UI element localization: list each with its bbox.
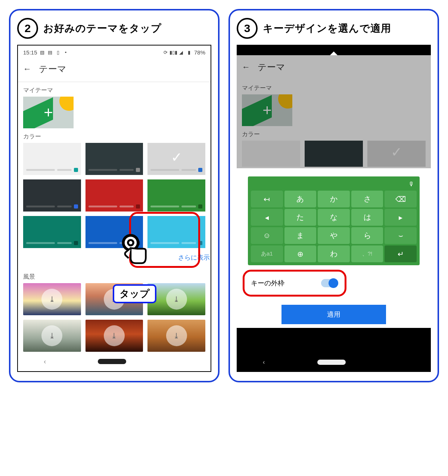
color-theme-tile[interactable] <box>242 141 300 167</box>
keyboard-key: ☺ <box>251 227 283 244</box>
keyboard-key: ら <box>351 227 383 244</box>
download-icon: ⤓ <box>166 289 187 310</box>
color-theme-tile[interactable] <box>147 179 205 212</box>
tap-label: タップ <box>113 284 156 303</box>
phone-screenshot: ← テーマ マイテーマ + カラー ✓ 🎙 ↤あかさ⌫◂たなは▸☺まやら⌣あa1… <box>237 45 431 372</box>
keyboard-key: た <box>284 209 317 226</box>
nav-home-pill[interactable] <box>317 360 346 365</box>
download-icon: ⤓ <box>104 325 125 346</box>
plus-icon: + <box>44 104 53 122</box>
app-bar: ← テーマ <box>18 57 211 82</box>
section-my-theme: マイテーマ + <box>18 82 211 128</box>
step-number: 2 <box>17 18 38 39</box>
download-icon: ⤓ <box>166 325 187 346</box>
download-icon: ⤓ <box>41 325 62 346</box>
keyboard-key: は <box>351 209 383 226</box>
keyboard-key: ⌫ <box>385 191 417 207</box>
keyboard-key: 、?! <box>351 245 383 262</box>
vibrate-icon: ▮▯▮ <box>171 50 176 55</box>
add-custom-theme[interactable]: + <box>242 94 292 126</box>
section-color: カラー ✓ さらに表示 <box>18 128 211 269</box>
keyboard-key: あa1 <box>251 245 283 262</box>
check-icon: ✓ <box>171 150 182 165</box>
show-more-link[interactable]: さらに表示 <box>18 248 211 269</box>
keyboard-key: ↵ <box>385 245 417 262</box>
status-time: 15:15 <box>23 49 37 56</box>
page-title: テーマ <box>258 61 285 73</box>
color-theme-tile[interactable]: ✓ <box>367 141 426 167</box>
color-theme-tile[interactable]: ✓ <box>147 143 205 175</box>
image-icon: ▧ <box>40 50 45 55</box>
scenery-theme-tile[interactable]: ⤓ <box>23 320 81 352</box>
step-title: キーデザインを選んで適用 <box>263 22 391 35</box>
nav-home-pill[interactable] <box>98 359 126 364</box>
mic-icon: 🎙 <box>408 181 414 188</box>
step-title: お好みのテーマをタップ <box>43 22 162 35</box>
dot-icon: • <box>63 50 69 55</box>
color-theme-tile[interactable] <box>305 141 363 167</box>
nav-back-icon[interactable]: ‹ <box>263 359 265 366</box>
color-theme-tile[interactable] <box>23 179 81 212</box>
page-title: テーマ <box>39 63 66 75</box>
step-panel-2: 2 お好みのテーマをタップ 15:15 ▧ ▤ ▯ • ⟳ ▮▯▮ ◢ ▮ 78… <box>9 9 220 382</box>
check-icon: ✓ <box>391 144 402 160</box>
keyboard-key: ↤ <box>251 191 283 207</box>
back-icon[interactable]: ← <box>23 64 31 74</box>
status-bar-dark <box>237 45 431 55</box>
card-icon: ▤ <box>47 50 53 55</box>
add-custom-theme[interactable]: + <box>23 97 74 128</box>
wifi-icon: ◢ <box>178 50 184 55</box>
battery-pct: 78% <box>194 49 205 56</box>
key-border-toggle[interactable] <box>321 279 338 287</box>
color-theme-tile[interactable] <box>147 216 205 248</box>
color-theme-tile[interactable] <box>23 143 81 175</box>
keyboard-key: わ <box>318 245 350 262</box>
apply-button[interactable]: 適用 <box>281 305 386 324</box>
keyboard-preview: 🎙 ↤あかさ⌫◂たなは▸☺まやら⌣あa1⊕わ、?!↵ <box>248 176 420 265</box>
step-panel-3: 3 キーデザインを選んで適用 ← テーマ マイテーマ + カラー ✓ 🎙 ↤あか… <box>228 9 439 382</box>
section-scenery: 風景 ⤓⤓⤓⤓⤓⤓ <box>18 269 211 352</box>
keyboard-key: ⊕ <box>284 245 317 262</box>
download-icon: ⤓ <box>41 289 62 310</box>
keyboard-key: ◂ <box>251 209 283 226</box>
scenery-theme-tile[interactable]: ⤓ <box>85 320 143 352</box>
battery-icon: ▮ <box>186 50 192 55</box>
scenery-theme-tile[interactable]: ⤓ <box>147 320 205 352</box>
color-theme-tile[interactable] <box>23 216 81 248</box>
plus-icon: + <box>262 101 272 119</box>
color-theme-tile[interactable] <box>85 216 143 248</box>
step-number: 3 <box>237 18 258 39</box>
nav-bar: ‹ <box>18 352 211 371</box>
color-theme-tile[interactable] <box>85 179 143 212</box>
phone-screenshot: 15:15 ▧ ▤ ▯ • ⟳ ▮▯▮ ◢ ▮ 78% ← テーマ マイテーマ <box>17 45 211 372</box>
sim-icon: ▯ <box>55 50 61 55</box>
status-bar: 15:15 ▧ ▤ ▯ • ⟳ ▮▯▮ ◢ ▮ 78% <box>18 46 211 57</box>
back-icon[interactable]: ← <box>242 62 250 72</box>
keyboard-key: ⌣ <box>385 227 417 244</box>
keyboard-key: ▸ <box>385 209 417 226</box>
keyboard-key: ま <box>284 227 317 244</box>
keyboard-key: や <box>318 227 350 244</box>
keyboard-key: あ <box>284 191 317 207</box>
keyboard-key: か <box>318 191 350 207</box>
key-border-label: キーの外枠 <box>251 279 284 288</box>
color-theme-tile[interactable] <box>85 143 143 175</box>
nav-back-icon[interactable]: ‹ <box>44 358 46 366</box>
keyboard-key: さ <box>351 191 383 207</box>
nav-bar: ‹ <box>237 353 431 372</box>
scenery-theme-tile[interactable]: ⤓ <box>23 283 81 315</box>
cast-icon: ⟳ <box>163 50 168 55</box>
apply-sheet: 🎙 ↤あかさ⌫◂たなは▸☺まやら⌣あa1⊕わ、?!↵ キーの外枠 適用 <box>237 168 431 328</box>
keyboard-key: な <box>318 209 350 226</box>
dimmed-background: ← テーマ マイテーマ + カラー ✓ <box>237 55 431 168</box>
